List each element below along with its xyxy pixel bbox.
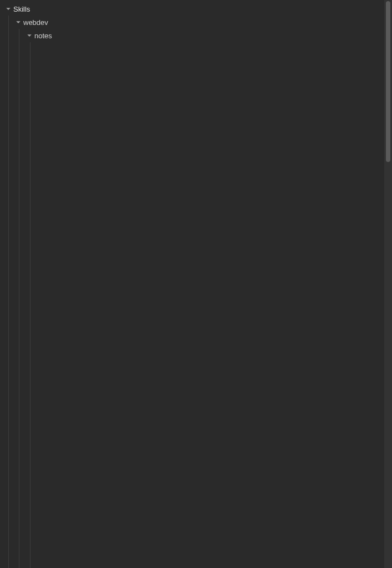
tree-item-label: notes (34, 32, 52, 40)
tree-item-notes[interactable]: notes (0, 29, 384, 42)
tree-item-skills[interactable]: Skills (0, 2, 384, 16)
scrollbar-thumb[interactable] (386, 1, 390, 162)
chevron-down-icon (26, 32, 33, 39)
tree-item-label: webdev (23, 18, 48, 27)
tree-item-label: Skills (13, 5, 30, 13)
tree-item-webdev[interactable]: webdev (0, 16, 384, 29)
chevron-down-icon (14, 18, 22, 26)
file-tree: Skills webdev notes (0, 0, 384, 42)
scrollbar-track[interactable] (384, 0, 392, 568)
file-tree-sidebar: Skills webdev notes (0, 0, 384, 568)
chevron-down-icon (4, 5, 12, 13)
